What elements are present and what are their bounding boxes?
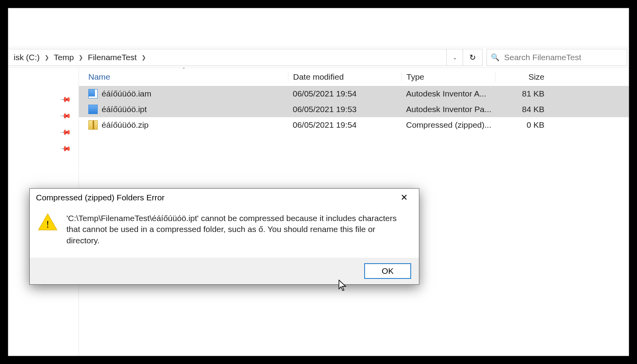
breadcrumb[interactable]: isk (C:) ❯ Temp ❯ FilenameTest ❯ — [8, 49, 447, 66]
breadcrumb-seg-temp[interactable]: Temp — [52, 51, 76, 64]
file-date: 06/05/2021 19:54 — [288, 120, 401, 130]
pinned-item[interactable]: 📌 — [8, 108, 79, 124]
ipt-file-icon — [88, 105, 98, 114]
file-name: éáíőúüóö.zip — [102, 120, 149, 130]
address-bar-row: isk (C:) ❯ Temp ❯ FilenameTest ❯ ⌄ ↻ 🔍 — [8, 47, 629, 68]
chevron-down-icon: ⌄ — [453, 54, 457, 61]
dialog-message: 'C:\Temp\FilenameTest\éáíőúüóö.ipt' cann… — [66, 213, 406, 246]
close-icon: ✕ — [401, 193, 408, 202]
search-input[interactable] — [504, 53, 623, 62]
error-dialog: Compressed (zipped) Folders Error ✕ ! 'C… — [29, 188, 419, 285]
zip-file-icon — [88, 120, 98, 130]
pinned-item[interactable]: 📌 — [8, 124, 79, 141]
pin-icon: 📌 — [59, 126, 72, 138]
file-size: 0 KB — [495, 120, 554, 130]
column-header-date[interactable]: Date modified — [288, 72, 401, 82]
sort-ascending-icon: ⌃ — [182, 67, 186, 72]
column-header-type[interactable]: Type — [401, 72, 495, 82]
pin-icon: 📌 — [59, 93, 72, 105]
file-type: Autodesk Inventor A... — [401, 89, 495, 98]
file-type: Autodesk Inventor Pa... — [401, 105, 495, 114]
file-size: 81 KB — [495, 89, 554, 98]
dialog-body: ! 'C:\Temp\FilenameTest\éáíőúüóö.ipt' ca… — [30, 207, 419, 258]
explorer-window: isk (C:) ❯ Temp ❯ FilenameTest ❯ ⌄ ↻ 🔍 📌… — [8, 8, 629, 356]
refresh-icon: ↻ — [469, 53, 476, 62]
file-name: éáíőúüóö.iam — [102, 89, 151, 98]
search-icon: 🔍 — [491, 53, 499, 62]
dialog-titlebar: Compressed (zipped) Folders Error ✕ — [30, 189, 419, 207]
refresh-button[interactable]: ↻ — [463, 49, 483, 66]
table-row[interactable]: éáíőúüóö.iam06/05/2021 19:54Autodesk Inv… — [79, 86, 629, 102]
pinned-item[interactable]: 📌 — [8, 91, 79, 108]
dialog-title: Compressed (zipped) Folders Error — [36, 193, 165, 202]
file-date: 06/05/2021 19:54 — [288, 89, 401, 98]
breadcrumb-dropdown[interactable]: ⌄ — [447, 49, 463, 66]
file-size: 84 KB — [495, 105, 554, 114]
file-name: éáíőúüóö.ipt — [102, 105, 147, 114]
ribbon-area — [8, 8, 629, 47]
pin-icon: 📌 — [59, 143, 72, 155]
iam-file-icon — [88, 89, 98, 98]
chevron-right-icon[interactable]: ❯ — [45, 54, 49, 61]
chevron-right-icon[interactable]: ❯ — [141, 54, 146, 61]
breadcrumb-seg-drive[interactable]: isk (C:) — [11, 51, 42, 64]
search-box[interactable]: 🔍 — [487, 49, 627, 66]
table-row[interactable]: éáíőúüóö.zip06/05/2021 19:54Compressed (… — [79, 117, 629, 133]
column-header-size[interactable]: Size — [495, 72, 554, 82]
dialog-footer: OK — [30, 258, 419, 284]
column-header-name[interactable]: ⌃ Name — [79, 72, 288, 82]
pinned-item[interactable]: 📌 — [8, 141, 79, 157]
table-row[interactable]: éáíőúüóö.ipt06/05/2021 19:53Autodesk Inv… — [79, 102, 629, 117]
close-button[interactable]: ✕ — [396, 193, 412, 203]
column-header-name-label: Name — [88, 72, 110, 81]
pin-icon: 📌 — [59, 110, 72, 122]
file-type: Compressed (zipped)... — [401, 120, 495, 130]
chevron-right-icon[interactable]: ❯ — [79, 54, 83, 61]
file-date: 06/05/2021 19:53 — [288, 105, 401, 114]
breadcrumb-seg-filenametest[interactable]: FilenameTest — [86, 51, 139, 64]
svg-text:!: ! — [46, 219, 50, 230]
column-headers: ⌃ Name Date modified Type Size — [79, 68, 629, 86]
warning-icon: ! — [38, 213, 58, 231]
ok-button[interactable]: OK — [364, 263, 411, 279]
